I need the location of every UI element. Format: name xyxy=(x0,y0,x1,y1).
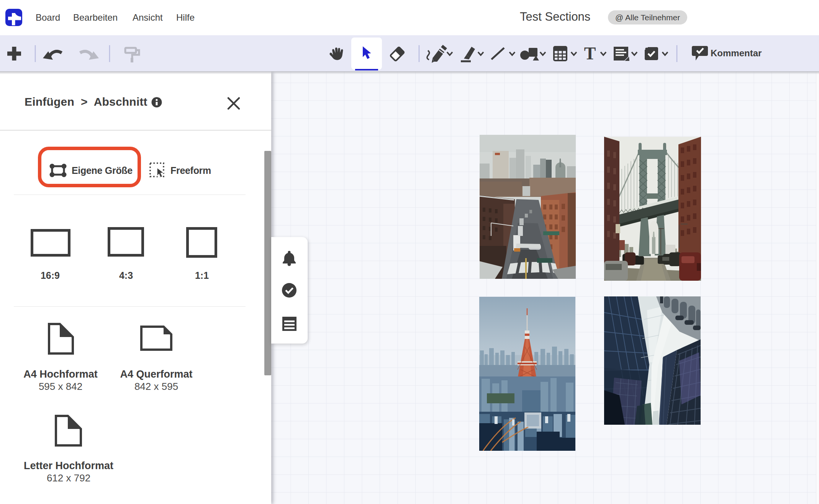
svg-text:T: T xyxy=(584,44,596,63)
